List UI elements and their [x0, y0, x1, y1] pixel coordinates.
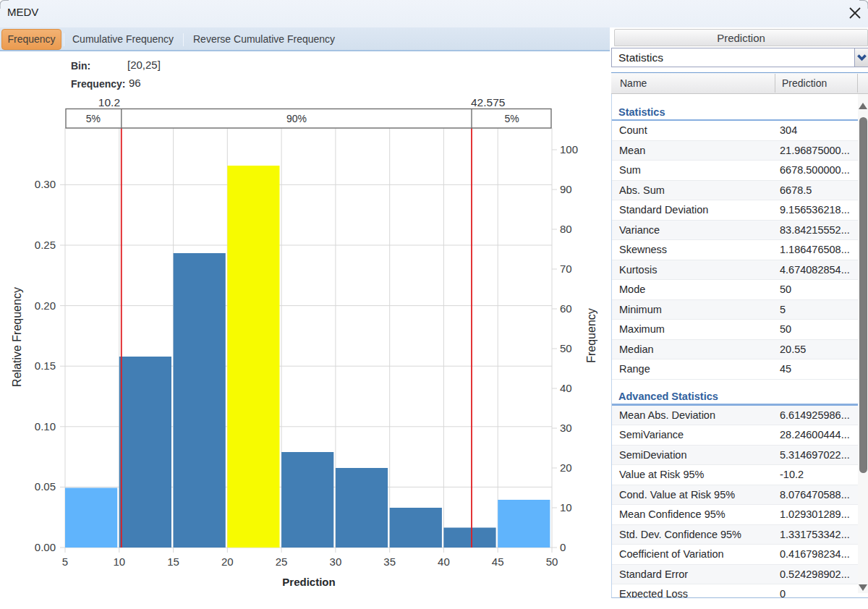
svg-text:25: 25 [276, 555, 288, 568]
svg-text:10.2: 10.2 [98, 96, 120, 108]
svg-text:50: 50 [560, 342, 572, 354]
svg-text:5%: 5% [86, 113, 101, 124]
svg-text:Frequency: Frequency [585, 308, 597, 363]
svg-text:0.10: 0.10 [35, 420, 56, 433]
svg-text:5: 5 [62, 555, 68, 568]
svg-text:30: 30 [560, 422, 572, 434]
svg-text:35: 35 [383, 555, 396, 568]
svg-text:100: 100 [560, 143, 578, 156]
svg-text:10: 10 [113, 555, 125, 568]
svg-text:20: 20 [560, 461, 572, 474]
svg-text:50: 50 [546, 555, 558, 568]
svg-text:0.30: 0.30 [35, 178, 56, 190]
svg-text:0.05: 0.05 [35, 480, 56, 493]
svg-text:60: 60 [560, 302, 572, 315]
svg-text:0.25: 0.25 [35, 239, 56, 251]
svg-text:0: 0 [560, 541, 566, 553]
svg-text:Relative Frequency: Relative Frequency [11, 287, 23, 387]
svg-text:90%: 90% [286, 113, 307, 124]
svg-text:40: 40 [560, 382, 572, 394]
svg-text:0.00: 0.00 [35, 541, 56, 553]
svg-text:0.15: 0.15 [35, 359, 56, 372]
svg-text:0.20: 0.20 [35, 299, 56, 312]
svg-text:30: 30 [330, 555, 342, 568]
svg-text:Prediction: Prediction [282, 576, 335, 588]
svg-text:80: 80 [560, 223, 572, 235]
svg-text:42.575: 42.575 [471, 96, 505, 108]
svg-text:15: 15 [167, 555, 179, 568]
svg-text:70: 70 [560, 263, 572, 275]
svg-text:20: 20 [221, 555, 234, 568]
svg-text:90: 90 [560, 183, 572, 195]
svg-text:45: 45 [492, 555, 504, 568]
svg-text:5%: 5% [504, 113, 519, 124]
svg-text:10: 10 [560, 501, 572, 514]
svg-text:40: 40 [438, 555, 450, 568]
